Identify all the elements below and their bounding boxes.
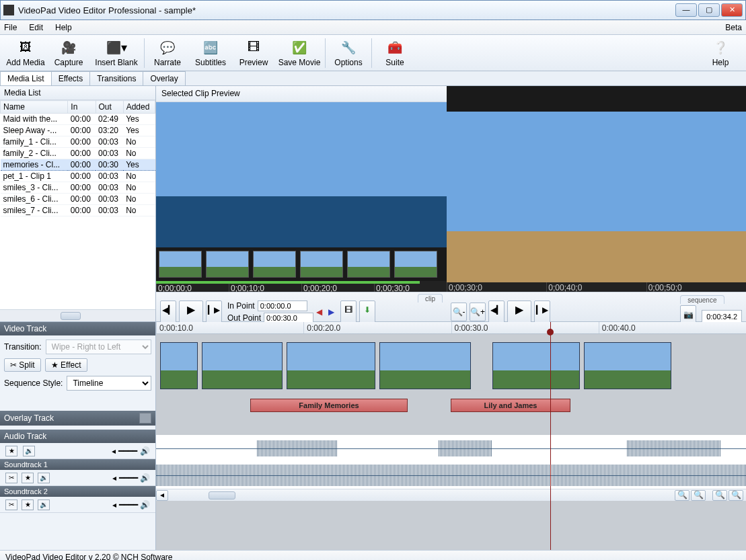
- clip-ruler[interactable]: 0;00;00;0 0;00;10;0 0;00;20;0 0;00;30;0: [156, 281, 447, 292]
- media-table[interactable]: Name In Out Added Maid with the...00:000…: [0, 100, 155, 309]
- overlay-track[interactable]: Family MemoriesLily and James: [156, 397, 746, 415]
- tl-zoom-out-button[interactable]: 🔍: [675, 490, 689, 501]
- video-track[interactable]: [156, 334, 746, 397]
- clip-preview-canvas[interactable]: [156, 102, 447, 247]
- clip-preview-header: Selected Clip Preview: [156, 86, 447, 102]
- seq-prev-button[interactable]: ◀▎: [488, 301, 505, 323]
- capture-button[interactable]: 🎥Capture: [47, 36, 90, 70]
- timeline-clip[interactable]: [287, 342, 375, 389]
- speaker-icon[interactable]: 🔉: [23, 446, 35, 456]
- sequence-style-select[interactable]: Timeline: [67, 376, 151, 391]
- vol-up-icon[interactable]: 🔊: [140, 446, 150, 456]
- timeline-clip[interactable]: [379, 342, 471, 389]
- timeline-clip[interactable]: [160, 342, 198, 389]
- timeline-clip[interactable]: [202, 342, 283, 389]
- in-point-field[interactable]: [258, 301, 307, 311]
- filmstrip-thumb[interactable]: [206, 251, 249, 278]
- soundtrack-1-wave[interactable]: [156, 435, 746, 462]
- overlay-clip[interactable]: Family Memories: [250, 399, 408, 412]
- transition-select[interactable]: Wipe - Right to Left: [46, 339, 151, 354]
- split-button[interactable]: ✂ Split: [4, 358, 41, 372]
- menu-beta[interactable]: Beta: [725, 23, 742, 32]
- maximize-button[interactable]: ▢: [698, 3, 720, 17]
- clip-filmstrip[interactable]: [156, 247, 447, 281]
- menu-file[interactable]: File: [4, 23, 17, 32]
- subtitles-button[interactable]: 🔤Subtitles: [189, 36, 232, 70]
- clip-tab-label[interactable]: clip: [418, 294, 443, 303]
- in-flag-icon[interactable]: ◀: [316, 307, 326, 317]
- sequence-ruler[interactable]: 0;00;30;0 0;00;40;0 0;00;50;0: [447, 282, 746, 292]
- save-movie-button[interactable]: ✅Save Movie: [275, 36, 324, 70]
- menubar: File Edit Help Beta: [0, 20, 746, 35]
- clip-insert-button[interactable]: ⬇: [359, 301, 375, 323]
- sequence-tab-label[interactable]: sequence: [680, 295, 724, 304]
- clip-play-button[interactable]: ▶: [179, 301, 203, 323]
- vol-down-icon[interactable]: ◂: [112, 446, 116, 456]
- sequence-preview-canvas[interactable]: [447, 112, 746, 282]
- star-icon[interactable]: ★: [5, 446, 17, 456]
- clip-apply-button[interactable]: 🎞: [340, 301, 357, 323]
- filmstrip-thumb[interactable]: [253, 251, 296, 278]
- help-button[interactable]: ❔Help: [699, 36, 742, 70]
- narrate-button[interactable]: 💬Narrate: [146, 36, 189, 70]
- menu-edit[interactable]: Edit: [29, 23, 43, 32]
- table-row[interactable]: memories - Cl...00:0000:30Yes: [1, 159, 155, 171]
- table-row[interactable]: smiles_6 - Cli...00:0000:03No: [1, 194, 155, 205]
- overlay-edit-icon[interactable]: [139, 413, 151, 424]
- statusbar: VideoPad Video Editor v 2.20 © NCH Softw…: [0, 550, 746, 560]
- tab-overlay[interactable]: Overlay: [143, 71, 185, 85]
- timeline-ruler[interactable]: 0:00:10.0 0:00:20.0 0:00:30.0 0:00:40.0: [156, 322, 746, 334]
- table-row[interactable]: pet_1 - Clip 100:0000:03No: [1, 171, 155, 182]
- snd1-cut-icon[interactable]: ✂: [5, 473, 17, 483]
- seq-play-button[interactable]: ▶: [507, 301, 531, 323]
- clip-prev-button[interactable]: ◀▎: [160, 301, 176, 323]
- table-row[interactable]: Maid with the...00:0002:49Yes: [1, 114, 155, 125]
- tl-zoom-in-button[interactable]: 🔍: [691, 490, 706, 501]
- media-list-header: Media List: [0, 86, 155, 100]
- snd1-star-icon[interactable]: ★: [22, 473, 34, 483]
- filmstrip-thumb[interactable]: [300, 251, 343, 278]
- menu-help[interactable]: Help: [55, 23, 72, 32]
- snd2-star-icon[interactable]: ★: [22, 499, 34, 510]
- col-added[interactable]: Added: [123, 101, 155, 114]
- snd1-speaker-icon[interactable]: 🔉: [38, 473, 50, 483]
- tab-media-list[interactable]: Media List: [0, 71, 52, 85]
- table-row[interactable]: family_1 - Cli...00:0000:03No: [1, 136, 155, 148]
- tl-zoom-fit-button[interactable]: 🔍: [712, 490, 727, 501]
- effect-button[interactable]: ★ Effect: [45, 358, 87, 372]
- soundtrack-2-wave[interactable]: [156, 462, 746, 489]
- col-in[interactable]: In: [68, 101, 96, 114]
- zoom-in-button[interactable]: 🔍+: [470, 303, 486, 321]
- clip-next-button[interactable]: ▎▶: [206, 301, 222, 323]
- insert-blank-button[interactable]: ⬛▾Insert Blank: [90, 36, 143, 70]
- suite-button[interactable]: 🧰Suite: [373, 36, 416, 70]
- add-media-button[interactable]: 🖼Add Media: [4, 36, 47, 70]
- out-flag-icon[interactable]: ▶: [328, 307, 338, 317]
- col-name[interactable]: Name: [1, 101, 68, 114]
- timeline-hscroll[interactable]: ◂ 🔍 🔍 🔍 🔍: [156, 489, 746, 501]
- filmstrip-thumb[interactable]: [394, 251, 437, 278]
- close-button[interactable]: ✕: [721, 3, 743, 17]
- preview-button[interactable]: 🎞Preview: [232, 36, 275, 70]
- col-out[interactable]: Out: [96, 101, 123, 114]
- playhead[interactable]: [550, 322, 551, 550]
- tab-transitions[interactable]: Transitions: [89, 71, 143, 85]
- overlay-clip[interactable]: Lily and James: [451, 399, 570, 412]
- timeline-clip[interactable]: [492, 342, 580, 389]
- snd2-cut-icon[interactable]: ✂: [5, 499, 17, 510]
- table-row[interactable]: smiles_3 - Cli...00:0000:03No: [1, 182, 155, 194]
- seq-next-button[interactable]: ▎▶: [534, 301, 550, 323]
- tab-effects[interactable]: Effects: [51, 71, 90, 85]
- options-button[interactable]: 🔧Options: [327, 36, 370, 70]
- zoom-out-button[interactable]: 🔍-: [451, 303, 467, 321]
- filmstrip-thumb[interactable]: [347, 251, 390, 278]
- minimize-button[interactable]: —: [675, 3, 697, 17]
- media-hscroll[interactable]: [0, 309, 155, 321]
- timeline-clip[interactable]: [584, 342, 671, 389]
- tl-zoom-full-button[interactable]: 🔍: [729, 490, 743, 501]
- table-row[interactable]: Sleep Away -...00:0003:20Yes: [1, 125, 155, 136]
- filmstrip-thumb[interactable]: [159, 251, 202, 278]
- table-row[interactable]: family_2 - Cli...00:0000:03No: [1, 148, 155, 159]
- table-row[interactable]: smiles_7 - Cli...00:0000:03No: [1, 205, 155, 216]
- snd2-speaker-icon[interactable]: 🔉: [38, 499, 50, 510]
